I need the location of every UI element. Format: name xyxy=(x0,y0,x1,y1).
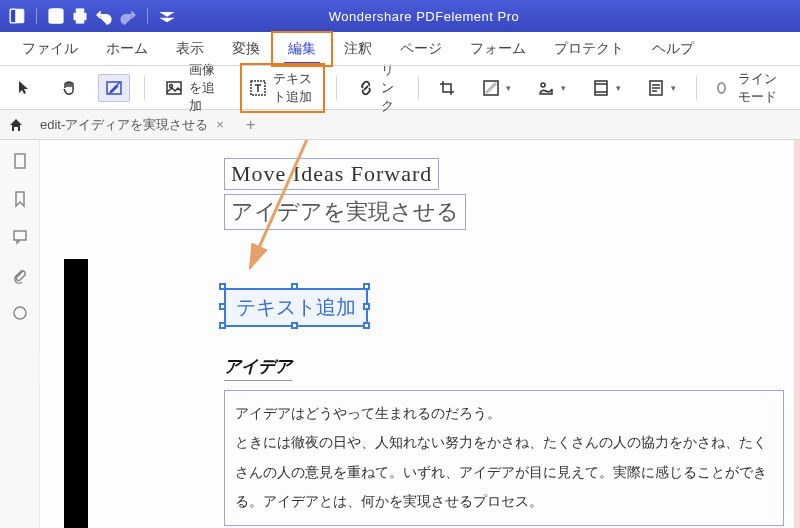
svg-rect-4 xyxy=(52,17,61,23)
qat-separator xyxy=(36,8,37,24)
text-block-body[interactable]: アイデアはどうやって生まれるのだろう。 ときには徹夜の日や、人知れない努力をかさ… xyxy=(224,390,784,526)
print-icon[interactable] xyxy=(71,7,89,25)
quick-access-toolbar xyxy=(8,7,176,25)
qat-dropdown-icon[interactable] xyxy=(158,7,176,25)
menu-home[interactable]: ホーム xyxy=(92,34,162,64)
app-title: Wondershare PDFelement Pro xyxy=(176,9,672,24)
selection-handle[interactable] xyxy=(291,322,298,329)
selection-handle[interactable] xyxy=(219,283,226,290)
text-block-title-en[interactable]: Move Ideas Forward xyxy=(224,158,439,190)
background-icon xyxy=(537,79,555,97)
add-text-label: テキスト追加 xyxy=(273,70,316,106)
image-icon xyxy=(165,79,183,97)
page-canvas[interactable]: Move Ideas Forward アイデアを実現させる テキスト追加 アイデ… xyxy=(40,140,800,528)
svg-rect-1 xyxy=(10,9,16,23)
edit-box-icon xyxy=(105,79,123,97)
menu-edit[interactable]: 編集 xyxy=(274,34,330,64)
header-footer-icon xyxy=(592,79,610,97)
edit-object-tool[interactable] xyxy=(98,74,130,102)
watermark-icon xyxy=(482,79,500,97)
selection-handle[interactable] xyxy=(363,303,370,310)
cursor-icon xyxy=(16,79,34,97)
side-panel: › xyxy=(0,140,40,528)
bates-tool[interactable]: ▾ xyxy=(641,75,682,101)
svg-point-13 xyxy=(541,83,545,87)
selection-handle[interactable] xyxy=(363,322,370,329)
svg-point-23 xyxy=(14,307,26,319)
app-logo-icon xyxy=(8,7,26,25)
svg-rect-7 xyxy=(77,18,84,23)
save-icon[interactable] xyxy=(47,7,65,25)
menu-bar: ファイル ホーム 表示 変換 編集 注釈 ページ フォーム プロテクト ヘルプ xyxy=(0,32,800,66)
line-mode-toggle[interactable]: ラインモード xyxy=(711,66,790,110)
add-text-button[interactable]: テキスト追加 xyxy=(243,66,322,110)
close-tab-icon[interactable]: × xyxy=(216,117,224,132)
crop-icon xyxy=(438,79,456,97)
comments-icon[interactable] xyxy=(11,228,29,246)
pdf-page: Move Ideas Forward アイデアを実現させる テキスト追加 アイデ… xyxy=(100,150,778,528)
add-image-label: 画像を追加 xyxy=(189,61,223,115)
background-tool[interactable]: ▾ xyxy=(531,75,572,101)
svg-rect-14 xyxy=(595,81,607,95)
menu-help[interactable]: ヘルプ xyxy=(638,34,708,64)
toolbar-separator xyxy=(696,76,697,100)
document-tab-label: edit-アイディアを実現させる xyxy=(40,116,208,134)
right-gutter xyxy=(794,140,800,528)
radio-icon xyxy=(717,82,726,94)
toolbar-separator xyxy=(418,76,419,100)
link-icon xyxy=(357,79,375,97)
menu-page[interactable]: ページ xyxy=(386,34,456,64)
home-icon[interactable] xyxy=(8,117,24,133)
menu-view[interactable]: 表示 xyxy=(162,34,218,64)
section-heading[interactable]: アイデア xyxy=(224,355,292,381)
page-margin-shadow xyxy=(64,259,88,528)
menu-convert[interactable]: 変換 xyxy=(218,34,274,64)
menu-form[interactable]: フォーム xyxy=(456,34,540,64)
selection-handle[interactable] xyxy=(291,283,298,290)
selected-text-content: テキスト追加 xyxy=(236,296,356,318)
crop-tool[interactable] xyxy=(432,75,462,101)
svg-rect-6 xyxy=(77,9,84,14)
new-tab-button[interactable]: + xyxy=(240,116,261,134)
svg-rect-22 xyxy=(14,231,26,240)
document-tab[interactable]: edit-アイディアを実現させる × xyxy=(32,112,232,138)
content-area: › Move Ideas Forward アイデアを実現させる テキスト追加 ア… xyxy=(0,140,800,528)
redo-icon[interactable] xyxy=(119,7,137,25)
svg-rect-21 xyxy=(15,154,25,168)
line-mode-label: ラインモード xyxy=(738,70,784,106)
text-box-icon xyxy=(249,79,267,97)
bookmarks-icon[interactable] xyxy=(11,190,29,208)
header-footer-tool[interactable]: ▾ xyxy=(586,75,627,101)
thumbnails-icon[interactable] xyxy=(11,152,29,170)
toolbar-separator xyxy=(336,76,337,100)
attachments-icon[interactable] xyxy=(11,266,29,284)
selection-handle[interactable] xyxy=(219,322,226,329)
hand-tool[interactable] xyxy=(54,75,84,101)
selection-handle[interactable] xyxy=(219,303,226,310)
menu-protect[interactable]: プロテクト xyxy=(540,34,638,64)
menu-file[interactable]: ファイル xyxy=(8,34,92,64)
search-panel-icon[interactable] xyxy=(11,304,29,322)
undo-icon[interactable] xyxy=(95,7,113,25)
text-block-title-jp[interactable]: アイデアを実現させる xyxy=(224,194,466,230)
bates-icon xyxy=(647,79,665,97)
watermark-tool[interactable]: ▾ xyxy=(476,75,517,101)
edit-toolbar: 画像を追加 テキスト追加 リンク ▾ ▾ ▾ xyxy=(0,66,800,110)
select-tool[interactable] xyxy=(10,75,40,101)
qat-separator xyxy=(147,8,148,24)
link-label: リンク xyxy=(381,61,398,115)
hand-icon xyxy=(60,79,78,97)
title-bar: Wondershare PDFelement Pro xyxy=(0,0,800,32)
toolbar-separator xyxy=(144,76,145,100)
svg-rect-3 xyxy=(53,9,60,14)
selection-handle[interactable] xyxy=(363,283,370,290)
menu-annotate[interactable]: 注釈 xyxy=(330,34,386,64)
